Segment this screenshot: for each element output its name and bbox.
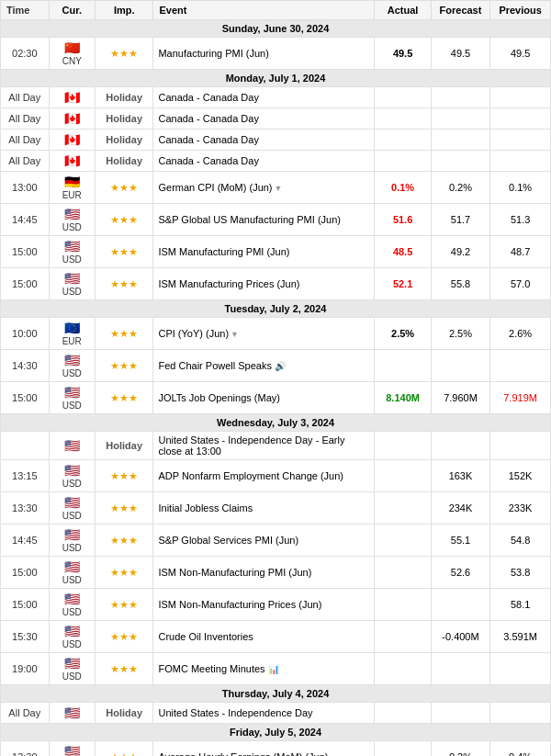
event-time: 14:30: [1, 350, 50, 382]
day-header-label: Monday, July 1, 2024: [1, 70, 551, 87]
event-forecast: [431, 108, 489, 130]
star-icon: ★: [110, 567, 119, 578]
event-importance: Holiday: [95, 87, 153, 108]
event-previous: [490, 151, 551, 172]
col-header-forecast: Forecast: [431, 1, 489, 20]
day-header-row: Tuesday, July 2, 2024: [1, 300, 551, 318]
previous-value: 54.8: [511, 535, 530, 546]
day-header-label: Sunday, June 30, 2024: [1, 20, 551, 38]
event-name: S&P Global US Manufacturing PMI (Jun): [153, 204, 375, 236]
event-currency: 🇨🇦: [49, 87, 95, 108]
event-text: S&P Global US Manufacturing PMI (Jun): [158, 214, 341, 225]
star-icon: ★: [129, 567, 138, 578]
event-actual: 8.140M: [375, 382, 431, 414]
currency-label: USD: [62, 671, 82, 682]
star-icon: ★: [119, 246, 129, 257]
event-currency: 🇨🇦: [49, 108, 95, 130]
event-name: CPI (YoY) (Jun)▼: [153, 318, 375, 350]
event-forecast: 163K: [431, 460, 489, 492]
event-text: ISM Manufacturing PMI (Jun): [158, 246, 289, 257]
col-header-event: Event: [153, 1, 375, 20]
flag-icon: 🇨🇦: [64, 111, 80, 126]
event-name: Canada - Canada Day: [153, 151, 375, 172]
event-name: Canada - Canada Day: [153, 130, 375, 151]
event-currency: 🇺🇸USD: [49, 621, 95, 653]
star-icon: ★: [119, 631, 129, 642]
holiday-label: Holiday: [106, 92, 142, 103]
event-name: Average Hourly Earnings (MoM) (Jun): [153, 741, 375, 757]
event-forecast: 0.3%: [431, 741, 489, 757]
event-name: ISM Manufacturing Prices (Jun): [153, 268, 375, 300]
forecast-value: 51.7: [451, 214, 470, 225]
event-forecast: 0.2%: [431, 172, 489, 204]
col-header-actual: Actual: [375, 1, 431, 20]
event-importance: Holiday: [95, 151, 153, 172]
star-icon: ★: [110, 392, 119, 403]
previous-value: 53.8: [511, 567, 530, 578]
star-icon: ★: [110, 182, 119, 193]
event-importance: ★★★: [95, 236, 153, 268]
forecast-value: 52.6: [451, 567, 470, 578]
currency-label: USD: [62, 543, 82, 553]
star-icon: ★: [119, 392, 129, 403]
event-currency: 🇺🇸USD: [49, 741, 95, 757]
previous-value: 57.0: [511, 278, 530, 289]
event-text: United States - Independence Day - Early…: [158, 434, 344, 457]
forecast-value: 49.2: [451, 246, 470, 257]
event-currency: 🇺🇸: [49, 432, 95, 460]
event-importance: ★★★: [95, 38, 153, 70]
speaker-icon: 🔊: [275, 361, 286, 371]
event-actual: [375, 350, 431, 382]
star-icon: ★: [129, 182, 138, 193]
holiday-label: Holiday: [106, 155, 142, 166]
event-time: 15:00: [1, 557, 50, 589]
event-actual: 48.5: [375, 236, 431, 268]
table-row: 10:00🇪🇺EUR★★★CPI (YoY) (Jun)▼2.5%2.5%2.6…: [1, 318, 551, 350]
event-importance: Holiday: [95, 703, 153, 724]
star-icon: ★: [110, 48, 119, 59]
actual-value: 48.5: [393, 246, 412, 257]
currency-label: EUR: [62, 336, 82, 346]
event-previous: 51.3: [490, 204, 551, 236]
currency-label: EUR: [62, 190, 82, 200]
event-actual: [375, 460, 431, 492]
event-name: ISM Manufacturing PMI (Jun): [153, 236, 375, 268]
event-currency: 🇺🇸USD: [49, 589, 95, 621]
star-icon: ★: [129, 278, 138, 289]
event-text: Initial Jobless Claims: [158, 502, 253, 513]
event-forecast: [431, 87, 489, 108]
event-time: 19:00: [1, 653, 50, 685]
event-previous: [490, 87, 551, 108]
event-text: Manufacturing PMI (Jun): [158, 48, 268, 59]
event-previous: 53.8: [490, 557, 551, 589]
event-forecast: 234K: [431, 492, 489, 525]
flag-icon: 🇺🇸: [64, 592, 80, 606]
star-icon: ★: [110, 751, 119, 757]
actual-value: 8.140M: [386, 392, 420, 403]
event-actual: [375, 589, 431, 621]
event-currency: 🇺🇸USD: [49, 557, 95, 589]
table-row: 15:00🇺🇸USD★★★ISM Non-Manufacturing PMI (…: [1, 557, 551, 589]
event-text: Crude Oil Inventories: [158, 631, 253, 642]
event-time: 10:00: [1, 318, 50, 350]
event-name: Canada - Canada Day: [153, 108, 375, 130]
event-actual: [375, 741, 431, 757]
event-importance: Holiday: [95, 130, 153, 151]
star-icon: ★: [119, 751, 129, 757]
event-previous: 0.4%: [490, 741, 551, 757]
flag-icon: 🇪🇺: [64, 321, 80, 335]
revision-down-icon: ▼: [275, 184, 283, 193]
event-currency: 🇺🇸: [49, 703, 95, 724]
event-text: United States - Independence Day: [158, 707, 312, 718]
table-row: 14:45🇺🇸USD★★★S&P Global Services PMI (Ju…: [1, 525, 551, 557]
event-time: 15:00: [1, 382, 50, 414]
event-currency: 🇺🇸USD: [49, 460, 95, 492]
event-currency: 🇨🇦: [49, 151, 95, 172]
table-row: 15:00🇺🇸USD★★★JOLTs Job Openings (May)8.1…: [1, 382, 551, 414]
event-currency: 🇺🇸USD: [49, 236, 95, 268]
star-icon: ★: [119, 278, 129, 289]
event-text: German CPI (MoM) (Jun): [158, 182, 272, 193]
previous-value: 233K: [509, 502, 533, 513]
currency-label: USD: [62, 222, 82, 232]
forecast-value: -0.400M: [442, 631, 478, 642]
